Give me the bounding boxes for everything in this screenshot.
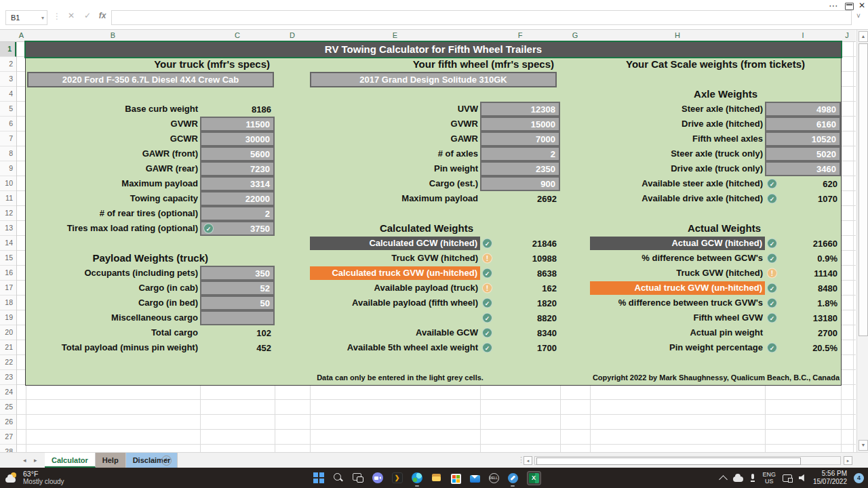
calculated-weights: Calculated GCW (hitched) ✓21846 Truck GV… xyxy=(310,236,560,355)
row-header-1[interactable]: 1 xyxy=(0,42,16,57)
row-header[interactable]: 2 xyxy=(0,57,16,72)
row-header[interactable]: 20 xyxy=(0,325,16,340)
spec-row: GAWR 7000 xyxy=(310,131,560,146)
value-cell-input[interactable]: 4980 xyxy=(765,102,841,117)
calc-row: Calculated truck GVW (un-hitched) ✓8638 xyxy=(310,266,560,281)
row-header[interactable]: 7 xyxy=(0,131,16,146)
value-cell-input[interactable]: 11500 xyxy=(200,117,275,131)
value-cell-input[interactable]: 2 xyxy=(200,206,275,221)
row-header[interactable]: 25 xyxy=(0,400,16,415)
value-cell: !162 xyxy=(480,281,560,296)
spec-label: Base curb weight xyxy=(26,102,200,117)
value-cell-input[interactable]: 5020 xyxy=(765,146,841,161)
calc-label-dark: Calculated GCW (hitched) xyxy=(310,237,480,250)
value-cell-input[interactable]: 15000 xyxy=(480,117,560,131)
spec-row: GAWR (front) 5600 xyxy=(26,146,275,161)
value-cell-input[interactable]: 900 xyxy=(480,176,560,191)
value-cell: 2692 xyxy=(480,191,560,206)
calc-label: Available 5th wheel axle weight xyxy=(310,340,480,355)
row-header[interactable]: 14 xyxy=(0,236,16,251)
spec-label: Total cargo xyxy=(26,325,200,340)
actual-label: Fifth wheel GVW xyxy=(590,310,765,325)
value-cell: ✓20.5% xyxy=(765,340,841,355)
actual-row: Actual GCW (hitched) ✓21660 xyxy=(590,236,841,251)
spec-label: GCWR xyxy=(26,131,200,146)
value-cell-input[interactable]: 50 xyxy=(200,296,275,310)
value-cell-input[interactable]: 2350 xyxy=(480,161,560,176)
row-header[interactable]: 16 xyxy=(0,266,16,281)
spec-row: Maximum payload 2692 xyxy=(310,191,560,206)
row-header[interactable]: 3 xyxy=(0,72,16,87)
excel-window: B1 ▾ ⋮ ✕ ✓ fx ˅ ⋯ ✕ A B C D E F G H I J … xyxy=(0,0,868,488)
row-header[interactable]: 27 xyxy=(0,430,16,445)
actual-weights-header: Actual Weights xyxy=(590,221,761,236)
actual-row: Truck GVW (hitched) !11140 xyxy=(590,266,841,281)
value-cell-input[interactable]: 10520 xyxy=(765,131,841,146)
value-cell-input[interactable]: 3314 xyxy=(200,176,275,191)
spec-row: UVW 12308 xyxy=(310,102,560,117)
value-cell-input[interactable]: 350 xyxy=(200,266,275,281)
row-header[interactable]: 4 xyxy=(0,87,16,102)
actual-row: % difference between GCW's ✓0.9% xyxy=(590,251,841,266)
row-header[interactable]: 26 xyxy=(0,415,16,430)
value-cell-input[interactable]: 52 xyxy=(200,281,275,296)
actual-label-dark: Actual GCW (hitched) xyxy=(590,237,765,250)
row-header[interactable]: 22 xyxy=(0,355,16,370)
warning-icon: ! xyxy=(482,283,492,293)
spec-row: # of axles 2 xyxy=(310,146,560,161)
spec-row: Maximum payload 3314 xyxy=(26,176,275,191)
spec-label: # of axles xyxy=(310,146,480,161)
value-cell-input[interactable]: 30000 xyxy=(200,131,275,146)
calc-row: Available payload (truck) !162 xyxy=(310,281,560,296)
row-header[interactable]: 9 xyxy=(0,161,16,176)
row-header[interactable]: 8 xyxy=(0,146,16,161)
calc-label: Available GCW xyxy=(310,325,480,340)
truck-model-input[interactable]: 2020 Ford F-350 6.7L Diesel 4X4 Crew Cab xyxy=(27,72,274,87)
value-cell-input[interactable]: 5600 xyxy=(200,146,275,161)
value-cell-input[interactable]: 12308 xyxy=(480,102,560,117)
row-header[interactable]: 12 xyxy=(0,206,16,221)
fifth-wheel-section-header: Your fifth wheel (mfr's specs) xyxy=(310,57,554,72)
spec-row: Tires max load rating (optional) ✓3750 xyxy=(26,221,275,236)
axle-row: Drive axle (hitched) 6160 xyxy=(590,117,841,131)
value-cell-input[interactable]: 6160 xyxy=(765,117,841,131)
actual-label-orange: Actual truck GVW (un-hitched) xyxy=(590,281,765,295)
calculated-weights-header: Calculated Weights xyxy=(310,221,473,236)
row-header[interactable]: 17 xyxy=(0,281,16,296)
value-cell-input[interactable]: 3460 xyxy=(765,161,841,176)
axle-row: Fifth wheel axles 10520 xyxy=(590,131,841,146)
calc-row: Calculated GCW (hitched) ✓21846 xyxy=(310,236,560,251)
axle-label: Drive axle (hitched) xyxy=(590,117,765,131)
row-header[interactable]: 23 xyxy=(0,370,16,385)
spec-label: GAWR (rear) xyxy=(26,161,200,176)
fifth-wheel-model-input[interactable]: 2017 Grand Design Solitude 310GK xyxy=(310,72,557,87)
row-header[interactable]: 10 xyxy=(0,176,16,191)
row-header[interactable]: 24 xyxy=(0,385,16,400)
actual-label: % difference between GCW's xyxy=(590,251,765,266)
row-header[interactable]: 5 xyxy=(0,102,16,117)
row-header[interactable]: 11 xyxy=(0,191,16,206)
spec-label: GAWR xyxy=(310,131,480,146)
axle-label: Steer axle (hitched) xyxy=(590,102,765,117)
check-icon: ✓ xyxy=(767,313,777,323)
row-header[interactable]: 6 xyxy=(0,117,16,131)
actual-weights: Actual GCW (hitched) ✓21660 % difference… xyxy=(590,236,841,355)
row-header[interactable]: 15 xyxy=(0,251,16,266)
row-header[interactable]: 19 xyxy=(0,310,16,325)
value-cell-input[interactable]: ✓3750 xyxy=(200,221,275,236)
check-icon: ✓ xyxy=(767,239,777,249)
row-header[interactable]: 21 xyxy=(0,340,16,355)
spec-row: Cargo (est.) 900 xyxy=(310,176,560,191)
row-header[interactable]: 18 xyxy=(0,296,16,310)
value-cell-input[interactable]: 7000 xyxy=(480,131,560,146)
sheet-title-cell[interactable]: RV Towing Calculator for Fifth Wheel Tra… xyxy=(26,42,841,57)
value-cell-input[interactable] xyxy=(200,310,275,325)
spec-label: Cargo (in cab) xyxy=(26,281,200,296)
value-cell-input[interactable]: 2 xyxy=(480,146,560,161)
row-header[interactable]: 28 xyxy=(0,445,16,452)
value-cell-input[interactable]: 7230 xyxy=(200,161,275,176)
value-cell: ✓21660 xyxy=(765,236,841,251)
row-header[interactable]: 13 xyxy=(0,221,16,236)
selected-columns-indicator xyxy=(26,41,841,42)
value-cell-input[interactable]: 22000 xyxy=(200,191,275,206)
